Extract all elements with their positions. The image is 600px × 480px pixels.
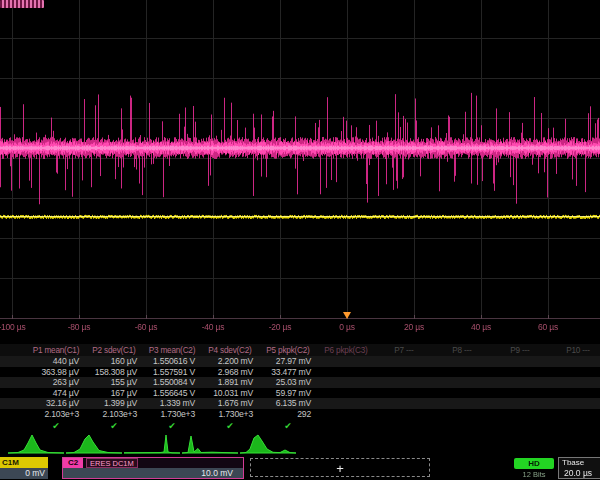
hd-bits-label: 12 Bits xyxy=(514,470,554,479)
stat-min-cell: 263 µV xyxy=(27,377,85,388)
axis-label: -40 µs xyxy=(202,322,225,332)
P3-histogram xyxy=(124,433,180,456)
stat-value-cell: 2.200 mV xyxy=(201,356,259,367)
stat-value-cell: 160 µV xyxy=(85,356,143,367)
stat-sdev-cell: 1.676 mV xyxy=(201,398,259,409)
axis-label: -100 µs xyxy=(0,322,26,332)
stat-min-cell: 25.03 mV xyxy=(259,377,317,388)
stat-num-cell: 1.730e+3 xyxy=(143,409,201,420)
stat-sdev-cell: 32.16 µV xyxy=(27,398,85,409)
stat-min-cell: 1.891 mV xyxy=(201,377,259,388)
bottom-status-bar: C1M 0 mV C2 ERES DC1M 10.0 mV + HD 12 Bi… xyxy=(0,456,600,480)
stat-num-cell: 2.103e+3 xyxy=(85,409,143,420)
add-trace-button[interactable]: + xyxy=(250,458,430,477)
axis-tick xyxy=(146,315,147,319)
status-check-icon: ✔ xyxy=(143,420,201,432)
stat-sdev-cell: 1.399 µV xyxy=(85,398,143,409)
P5-histogram xyxy=(240,433,296,456)
timebase-scale: 20.0 µs xyxy=(559,468,600,478)
timebase-descriptor[interactable]: Tbase 20.0 µs xyxy=(558,457,600,479)
stat-max-cell: 1.556645 V xyxy=(143,388,201,399)
stat-max-cell: 474 µV xyxy=(27,388,85,399)
stat-value-cell: 27.97 mV xyxy=(259,356,317,367)
stat-max-cell: 10.031 mV xyxy=(201,388,259,399)
channel2-coupling-tags: ERES DC1M xyxy=(86,458,138,468)
param-header-5[interactable]: P5 pkpk(C2) xyxy=(259,344,317,356)
stat-sdev-cell: 6.135 mV xyxy=(259,398,317,409)
param-header-8[interactable]: P8 --- xyxy=(433,344,491,356)
stat-value-cell: 440 µV xyxy=(27,356,85,367)
waveform-canvas xyxy=(0,0,600,320)
time-axis-line xyxy=(0,318,600,319)
stat-value-cell: 1.550616 V xyxy=(143,356,201,367)
status-check-icon: ✔ xyxy=(27,420,85,432)
axis-label: 0 µs xyxy=(339,322,354,332)
stat-mean-cell: 33.477 mV xyxy=(259,367,317,378)
axis-label: -80 µs xyxy=(68,322,91,332)
stat-mean-cell: 2.968 mV xyxy=(201,367,259,378)
channel2-vdiv: 10.0 mV xyxy=(63,468,243,478)
axis-label: -20 µs xyxy=(269,322,292,332)
channel1-vdiv: 0 mV xyxy=(0,468,48,479)
P1-histogram xyxy=(8,433,64,456)
trigger-time-marker-icon[interactable] xyxy=(343,312,351,319)
stat-min-cell: 155 µV xyxy=(85,377,143,388)
P2-histogram xyxy=(66,433,122,456)
param-header-6[interactable]: P6 pkpk(C3) xyxy=(317,344,375,356)
stat-num-cell: 1.730e+3 xyxy=(201,409,259,420)
stat-num-cell: 292 xyxy=(259,409,317,420)
stat-max-cell: 167 µV xyxy=(85,388,143,399)
axis-label: -60 µs xyxy=(135,322,158,332)
param-header-1[interactable]: P1 mean(C1) xyxy=(27,344,85,356)
param-header-9[interactable]: P9 --- xyxy=(491,344,549,356)
channel2-label: C2 xyxy=(63,458,83,468)
param-header-10[interactable]: P10 --- xyxy=(549,344,600,356)
waveform-grid[interactable] xyxy=(0,0,600,320)
status-check-icon: ✔ xyxy=(85,420,143,432)
channel2-descriptor[interactable]: C2 ERES DC1M 10.0 mV xyxy=(62,457,244,479)
histicon-row xyxy=(0,433,600,456)
axis-tick xyxy=(548,315,549,319)
status-check-icon: ✔ xyxy=(201,420,259,432)
channel1-descriptor[interactable]: C1M 0 mV xyxy=(0,457,48,479)
axis-tick xyxy=(414,315,415,319)
axis-tick xyxy=(12,315,13,319)
stat-mean-cell: 158.308 µV xyxy=(85,367,143,378)
axis-label: 20 µs xyxy=(404,322,424,332)
P4-histogram xyxy=(182,433,238,456)
hd-mode-badge[interactable]: HD xyxy=(514,458,554,469)
axis-tick xyxy=(79,315,80,319)
axis-label: 60 µs xyxy=(538,322,558,332)
stat-mean-cell: 363.98 µV xyxy=(27,367,85,378)
param-header-3[interactable]: P3 mean(C2) xyxy=(143,344,201,356)
stat-min-cell: 1.550084 V xyxy=(143,377,201,388)
axis-tick xyxy=(481,315,482,319)
param-header-7[interactable]: P7 --- xyxy=(375,344,433,356)
axis-tick xyxy=(280,315,281,319)
oscilloscope-screen: -100 µs-80 µs-60 µs-40 µs-20 µs0 µs20 µs… xyxy=(0,0,600,480)
stat-max-cell: 59.97 mV xyxy=(259,388,317,399)
stat-num-cell: 2.103e+3 xyxy=(27,409,85,420)
timebase-label: Tbase xyxy=(559,458,600,468)
axis-label: 40 µs xyxy=(471,322,491,332)
corner-badge xyxy=(0,0,44,8)
stat-sdev-cell: 1.339 mV xyxy=(143,398,201,409)
stat-mean-cell: 1.557591 V xyxy=(143,367,201,378)
param-header-4[interactable]: P4 sdev(C2) xyxy=(201,344,259,356)
param-header-2[interactable]: P2 sdev(C1) xyxy=(85,344,143,356)
measurement-table: P1 mean(C1)P2 sdev(C1)P3 mean(C2)P4 sdev… xyxy=(0,344,600,432)
channel1-label: C1M xyxy=(0,457,48,468)
status-check-icon: ✔ xyxy=(259,420,317,432)
axis-tick xyxy=(213,315,214,319)
